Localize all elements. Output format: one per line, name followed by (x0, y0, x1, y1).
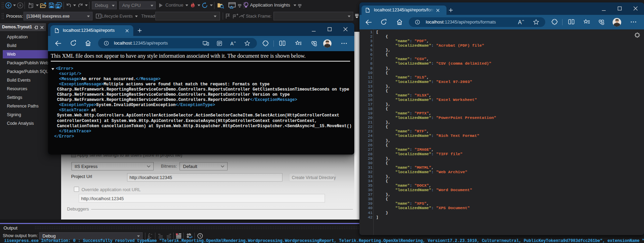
svg-text:A: A (518, 19, 522, 25)
svg-text:A: A (230, 41, 234, 46)
